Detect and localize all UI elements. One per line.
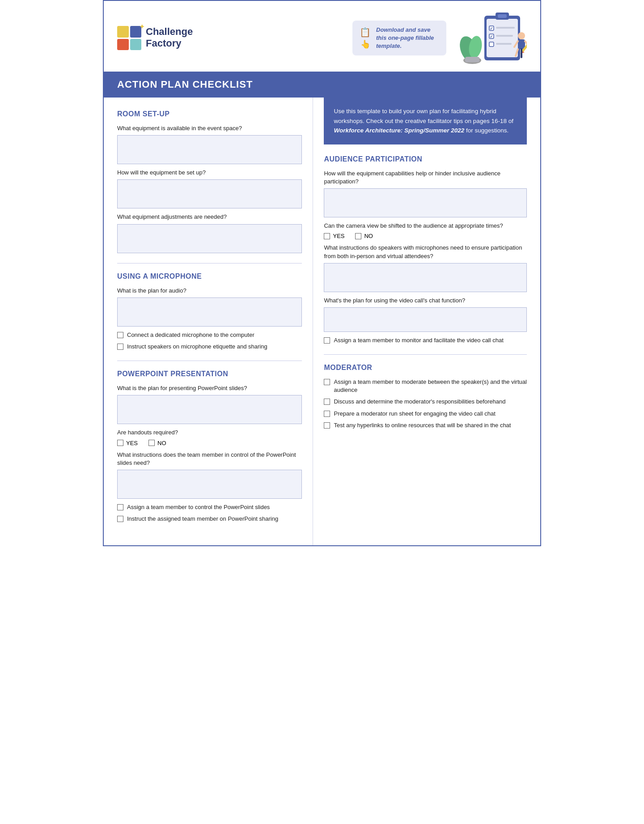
info-text1: Use this template to build your own plan… — [334, 108, 513, 124]
room-q1-input[interactable] — [117, 135, 302, 164]
header: ✦ Challenge Factory 📋 👆 Download and sav… — [104, 1, 540, 72]
ppt-check1-box[interactable] — [117, 504, 123, 510]
ppt-check2: Instruct the assigned team member on Pow… — [117, 515, 302, 523]
ppt-yes-box[interactable] — [117, 440, 123, 446]
ppt-check1-label: Assign a team member to control the Powe… — [127, 503, 270, 511]
audience-section: AUDIENCE PARTICIPATION How will the equi… — [324, 155, 527, 344]
room-q1-label: What equipment is available in the event… — [117, 124, 302, 132]
svg-rect-10 — [496, 27, 515, 29]
audience-yes-box[interactable] — [324, 233, 330, 239]
mic-check2: Instruct speakers on microphone etiquett… — [117, 343, 302, 351]
left-column: ROOM SET-UP What equipment is available … — [104, 98, 313, 545]
room-q3-label: What equipment adjustments are needed? — [117, 213, 302, 221]
room-setup-title: ROOM SET-UP — [117, 110, 302, 118]
svg-rect-13 — [496, 35, 513, 37]
moderator-section: MODERATOR Assign a team member to modera… — [324, 364, 527, 429]
room-q2-label: How will the equipment be set up? — [117, 169, 302, 177]
right-divider — [324, 354, 527, 355]
audience-q4-input[interactable] — [324, 307, 527, 332]
audience-q1-input[interactable] — [324, 188, 527, 217]
mod-check2-label: Discuss and determine the moderator's re… — [334, 398, 505, 406]
microphone-title: USING A MICROPHONE — [117, 272, 302, 280]
mod-check4-label: Test any hyperlinks to online resources … — [334, 421, 511, 429]
powerpoint-section: POWERPOINT PRESENTATION What is the plan… — [117, 370, 302, 523]
mic-q1-label: What is the plan for audio? — [117, 287, 302, 295]
action-banner: ACTION PLAN CHECKLIST — [104, 72, 540, 98]
mod-check1-box[interactable] — [324, 379, 330, 385]
microphone-section: USING A MICROPHONE What is the plan for … — [117, 272, 302, 351]
divider-2 — [117, 361, 302, 361]
document-icon: 📋 — [360, 27, 371, 38]
ppt-yes-no-row: YES NO — [117, 440, 302, 446]
logo-text-wrapper: Challenge Factory — [146, 26, 193, 50]
mod-check3-label: Prepare a moderator run sheet for engagi… — [334, 410, 495, 418]
logo-row: ✦ Challenge Factory — [117, 26, 193, 50]
ppt-check2-label: Instruct the assigned team member on Pow… — [127, 515, 278, 523]
mod-check4: Test any hyperlinks to online resources … — [324, 421, 527, 429]
ppt-no-box[interactable] — [148, 440, 155, 446]
svg-rect-15 — [496, 43, 512, 45]
moderator-title: MODERATOR — [324, 364, 527, 372]
audience-yes-no-row: YES NO — [324, 233, 527, 239]
svg-rect-14 — [489, 42, 494, 47]
mod-check3: Prepare a moderator run sheet for engagi… — [324, 410, 527, 418]
audience-q4-label: What's the plan for using the video call… — [324, 297, 527, 305]
mic-check1-box[interactable] — [117, 332, 123, 338]
audience-no-item: NO — [355, 233, 373, 239]
svg-rect-7 — [498, 14, 507, 18]
logo-sq-orange — [117, 39, 129, 51]
audience-no-label: NO — [364, 233, 373, 239]
clipboard-illustration: ✓ ✓ — [455, 9, 527, 67]
download-text: Download and save this one-page fillable… — [376, 26, 439, 51]
audience-title: AUDIENCE PARTICIPATION — [324, 155, 527, 163]
mod-check4-box[interactable] — [324, 422, 330, 429]
powerpoint-title: POWERPOINT PRESENTATION — [117, 370, 302, 378]
ppt-q1-input[interactable] — [117, 395, 302, 424]
mod-check2-box[interactable] — [324, 399, 330, 405]
download-icon-col: 📋 👆 — [360, 27, 371, 49]
download-box: 📋 👆 Download and save this one-page fill… — [352, 21, 446, 56]
mod-check3-box[interactable] — [324, 411, 330, 417]
mic-check1: Connect a dedicated microphone to the co… — [117, 331, 302, 339]
ppt-q3-input[interactable] — [117, 470, 302, 499]
mic-check2-box[interactable] — [117, 344, 123, 350]
ppt-q3-label: What instructions does the team member i… — [117, 451, 302, 467]
logo-sq-teal — [130, 39, 142, 51]
audience-q3-label: What instructions do speakers with micro… — [324, 244, 527, 260]
mod-check2: Discuss and determine the moderator's re… — [324, 398, 527, 406]
mic-check2-label: Instruct speakers on microphone etiquett… — [127, 343, 267, 351]
info-box: Use this template to build your own plan… — [324, 98, 527, 144]
logo-squares — [117, 26, 141, 50]
audience-check1: Assign a team member to monitor and faci… — [324, 336, 527, 344]
audience-q3-input[interactable] — [324, 263, 527, 292]
svg-rect-3 — [465, 57, 479, 62]
audience-q1-label: How will the equipment capabilities help… — [324, 170, 527, 186]
logo-spark-icon: ✦ — [139, 22, 145, 31]
banner-text: ACTION PLAN CHECKLIST — [117, 79, 253, 90]
mod-check1-label: Assign a team member to moderate between… — [334, 378, 527, 394]
ppt-check2-box[interactable] — [117, 516, 123, 522]
hand-icon: 👆 — [360, 39, 370, 49]
page-container: ✦ Challenge Factory 📋 👆 Download and sav… — [103, 0, 541, 546]
divider-1 — [117, 263, 302, 263]
right-column: Use this template to build your own plan… — [313, 98, 540, 545]
logo-sq-yellow — [117, 26, 129, 38]
info-text2: for suggestions. — [464, 127, 508, 134]
svg-point-16 — [518, 32, 525, 39]
audience-check1-box[interactable] — [324, 337, 330, 344]
room-q3-input[interactable] — [117, 224, 302, 253]
ppt-no-item: NO — [148, 440, 166, 446]
mic-q1-input[interactable] — [117, 297, 302, 327]
audience-no-box[interactable] — [355, 233, 361, 239]
audience-check1-label: Assign a team member to monitor and faci… — [334, 336, 503, 344]
info-italic: Workforce Architecture: Spring/Summer 20… — [334, 127, 464, 134]
main-content: ROOM SET-UP What equipment is available … — [104, 98, 540, 545]
logo-line1: Challenge — [146, 26, 193, 38]
room-setup-section: ROOM SET-UP What equipment is available … — [117, 110, 302, 253]
ppt-no-label: NO — [157, 440, 166, 446]
logo-area: ✦ Challenge Factory — [117, 26, 193, 50]
svg-text:✓: ✓ — [490, 34, 493, 39]
audience-yes-item: YES — [324, 233, 344, 239]
room-q2-input[interactable] — [117, 179, 302, 208]
mod-check1: Assign a team member to moderate between… — [324, 378, 527, 394]
